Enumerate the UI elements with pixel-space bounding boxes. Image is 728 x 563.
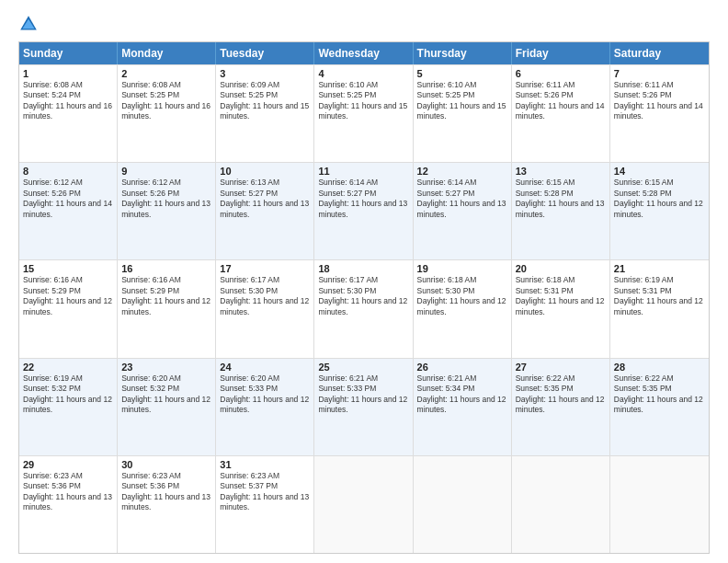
day-number: 28 [614, 362, 705, 373]
day-number: 8 [23, 166, 113, 177]
day-cell-17: 17Sunrise: 6:17 AM Sunset: 5:30 PM Dayli… [216, 260, 314, 357]
day-cell-31: 31Sunrise: 6:23 AM Sunset: 5:37 PM Dayli… [216, 456, 314, 553]
day-info: Sunrise: 6:08 AM Sunset: 5:25 PM Dayligh… [121, 80, 211, 122]
day-number: 29 [23, 459, 113, 470]
empty-cell [414, 456, 512, 553]
day-cell-21: 21Sunrise: 6:19 AM Sunset: 5:31 PM Dayli… [610, 260, 709, 357]
logo-icon [18, 14, 39, 34]
day-number: 19 [417, 263, 507, 274]
header-day-monday: Monday [118, 42, 216, 64]
day-cell-5: 5Sunrise: 6:10 AM Sunset: 5:25 PM Daylig… [414, 65, 512, 162]
logo [18, 14, 42, 34]
day-info: Sunrise: 6:19 AM Sunset: 5:32 PM Dayligh… [23, 373, 113, 416]
week-row-2: 8Sunrise: 6:12 AM Sunset: 5:26 PM Daylig… [19, 162, 709, 259]
calendar: SundayMondayTuesdayWednesdayThursdayFrid… [18, 41, 710, 554]
day-number: 15 [23, 263, 113, 274]
day-info: Sunrise: 6:08 AM Sunset: 5:24 PM Dayligh… [23, 80, 113, 122]
header-day-saturday: Saturday [610, 42, 709, 64]
day-info: Sunrise: 6:14 AM Sunset: 5:27 PM Dayligh… [318, 178, 408, 220]
day-info: Sunrise: 6:10 AM Sunset: 5:25 PM Dayligh… [417, 80, 507, 122]
day-info: Sunrise: 6:22 AM Sunset: 5:35 PM Dayligh… [516, 373, 606, 416]
day-info: Sunrise: 6:17 AM Sunset: 5:30 PM Dayligh… [220, 275, 310, 317]
day-cell-18: 18Sunrise: 6:17 AM Sunset: 5:30 PM Dayli… [314, 260, 413, 357]
day-cell-1: 1Sunrise: 6:08 AM Sunset: 5:24 PM Daylig… [19, 65, 118, 162]
day-number: 11 [318, 166, 408, 177]
day-info: Sunrise: 6:21 AM Sunset: 5:34 PM Dayligh… [417, 373, 507, 416]
day-cell-9: 9Sunrise: 6:12 AM Sunset: 5:26 PM Daylig… [118, 163, 216, 259]
day-info: Sunrise: 6:09 AM Sunset: 5:25 PM Dayligh… [220, 80, 310, 122]
day-number: 5 [417, 68, 507, 79]
day-cell-24: 24Sunrise: 6:20 AM Sunset: 5:33 PM Dayli… [216, 359, 314, 455]
day-number: 1 [23, 68, 113, 79]
day-cell-22: 22Sunrise: 6:19 AM Sunset: 5:32 PM Dayli… [19, 359, 118, 455]
day-number: 14 [614, 166, 705, 177]
day-info: Sunrise: 6:17 AM Sunset: 5:30 PM Dayligh… [318, 275, 408, 317]
header-day-friday: Friday [512, 42, 610, 64]
day-cell-10: 10Sunrise: 6:13 AM Sunset: 5:27 PM Dayli… [216, 163, 314, 259]
day-info: Sunrise: 6:15 AM Sunset: 5:28 PM Dayligh… [614, 178, 705, 220]
day-cell-26: 26Sunrise: 6:21 AM Sunset: 5:34 PM Dayli… [414, 359, 512, 455]
day-info: Sunrise: 6:23 AM Sunset: 5:36 PM Dayligh… [121, 471, 211, 513]
day-info: Sunrise: 6:20 AM Sunset: 5:32 PM Dayligh… [121, 373, 211, 416]
day-number: 23 [121, 362, 211, 373]
day-number: 30 [121, 459, 211, 470]
day-cell-16: 16Sunrise: 6:16 AM Sunset: 5:29 PM Dayli… [118, 260, 216, 357]
calendar-body: 1Sunrise: 6:08 AM Sunset: 5:24 PM Daylig… [19, 64, 709, 553]
day-number: 24 [220, 362, 310, 373]
day-number: 20 [516, 263, 606, 274]
day-info: Sunrise: 6:22 AM Sunset: 5:35 PM Dayligh… [614, 373, 705, 416]
day-info: Sunrise: 6:16 AM Sunset: 5:29 PM Dayligh… [23, 275, 113, 317]
day-info: Sunrise: 6:21 AM Sunset: 5:33 PM Dayligh… [318, 373, 408, 416]
day-cell-11: 11Sunrise: 6:14 AM Sunset: 5:27 PM Dayli… [314, 163, 413, 259]
day-cell-6: 6Sunrise: 6:11 AM Sunset: 5:26 PM Daylig… [512, 65, 610, 162]
day-info: Sunrise: 6:12 AM Sunset: 5:26 PM Dayligh… [23, 178, 113, 220]
day-cell-29: 29Sunrise: 6:23 AM Sunset: 5:36 PM Dayli… [19, 456, 118, 553]
day-number: 7 [614, 68, 705, 79]
day-number: 18 [318, 263, 408, 274]
day-cell-3: 3Sunrise: 6:09 AM Sunset: 5:25 PM Daylig… [216, 65, 314, 162]
day-info: Sunrise: 6:19 AM Sunset: 5:31 PM Dayligh… [614, 275, 705, 317]
week-row-1: 1Sunrise: 6:08 AM Sunset: 5:24 PM Daylig… [19, 64, 709, 162]
header-day-tuesday: Tuesday [216, 42, 314, 64]
day-info: Sunrise: 6:20 AM Sunset: 5:33 PM Dayligh… [220, 373, 310, 416]
header-day-wednesday: Wednesday [314, 42, 413, 64]
day-cell-23: 23Sunrise: 6:20 AM Sunset: 5:32 PM Dayli… [118, 359, 216, 455]
day-cell-13: 13Sunrise: 6:15 AM Sunset: 5:28 PM Dayli… [512, 163, 610, 259]
day-info: Sunrise: 6:15 AM Sunset: 5:28 PM Dayligh… [516, 178, 606, 220]
day-info: Sunrise: 6:11 AM Sunset: 5:26 PM Dayligh… [516, 80, 606, 122]
day-cell-28: 28Sunrise: 6:22 AM Sunset: 5:35 PM Dayli… [610, 359, 709, 455]
day-cell-27: 27Sunrise: 6:22 AM Sunset: 5:35 PM Dayli… [512, 359, 610, 455]
day-number: 22 [23, 362, 113, 373]
day-info: Sunrise: 6:16 AM Sunset: 5:29 PM Dayligh… [121, 275, 211, 317]
day-info: Sunrise: 6:12 AM Sunset: 5:26 PM Dayligh… [121, 178, 211, 220]
day-number: 12 [417, 166, 507, 177]
page-header [18, 14, 710, 34]
day-number: 17 [220, 263, 310, 274]
day-info: Sunrise: 6:14 AM Sunset: 5:27 PM Dayligh… [417, 178, 507, 220]
day-number: 3 [220, 68, 310, 79]
calendar-page: SundayMondayTuesdayWednesdayThursdayFrid… [0, 0, 728, 563]
day-info: Sunrise: 6:18 AM Sunset: 5:31 PM Dayligh… [516, 275, 606, 317]
day-cell-7: 7Sunrise: 6:11 AM Sunset: 5:26 PM Daylig… [610, 65, 709, 162]
empty-cell [512, 456, 610, 553]
header-day-sunday: Sunday [19, 42, 118, 64]
header-day-thursday: Thursday [414, 42, 512, 64]
empty-cell [610, 456, 709, 553]
day-cell-25: 25Sunrise: 6:21 AM Sunset: 5:33 PM Dayli… [314, 359, 413, 455]
day-number: 25 [318, 362, 408, 373]
day-info: Sunrise: 6:23 AM Sunset: 5:37 PM Dayligh… [220, 471, 310, 513]
day-info: Sunrise: 6:11 AM Sunset: 5:26 PM Dayligh… [614, 80, 705, 122]
day-number: 16 [121, 263, 211, 274]
day-number: 26 [417, 362, 507, 373]
day-number: 21 [614, 263, 705, 274]
week-row-4: 22Sunrise: 6:19 AM Sunset: 5:32 PM Dayli… [19, 358, 709, 455]
day-info: Sunrise: 6:13 AM Sunset: 5:27 PM Dayligh… [220, 178, 310, 220]
day-cell-4: 4Sunrise: 6:10 AM Sunset: 5:25 PM Daylig… [314, 65, 413, 162]
week-row-5: 29Sunrise: 6:23 AM Sunset: 5:36 PM Dayli… [19, 455, 709, 553]
day-cell-30: 30Sunrise: 6:23 AM Sunset: 5:36 PM Dayli… [118, 456, 216, 553]
day-cell-2: 2Sunrise: 6:08 AM Sunset: 5:25 PM Daylig… [118, 65, 216, 162]
day-number: 13 [516, 166, 606, 177]
day-number: 27 [516, 362, 606, 373]
day-number: 4 [318, 68, 408, 79]
week-row-3: 15Sunrise: 6:16 AM Sunset: 5:29 PM Dayli… [19, 259, 709, 357]
